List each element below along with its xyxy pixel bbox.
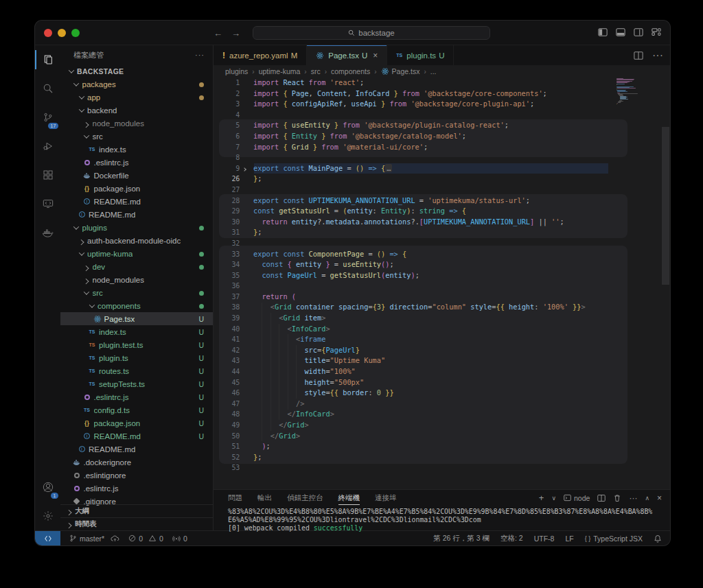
activity-settings[interactable] [35, 502, 60, 530]
code-line-45[interactable]: 45 height="500px" [214, 377, 586, 388]
outline-section[interactable]: 大綱 [60, 504, 213, 517]
tree-item-src[interactable]: src [60, 286, 213, 299]
editor-more-actions-icon[interactable]: ··· [652, 49, 663, 62]
terminal-instance[interactable]: node [564, 494, 590, 502]
customize-layout-icon[interactable] [652, 27, 661, 37]
tree-item-packages[interactable]: packages [60, 78, 213, 91]
nav-forward-icon[interactable]: → [231, 28, 240, 38]
code-line-50[interactable]: 50 </Grid> [214, 431, 586, 442]
tree-item-plugin-ts[interactable]: TSplugin.tsU [60, 351, 213, 364]
close-window-button[interactable] [44, 29, 52, 37]
minimap[interactable] [615, 78, 660, 133]
panel-tab[interactable]: 輸出 [257, 493, 272, 503]
panel-tab[interactable]: 問題 [228, 493, 242, 503]
problems-status[interactable]: 0 0 [128, 534, 163, 543]
tree-item-uptime-kuma[interactable]: uptime-kuma [60, 247, 213, 260]
tree-item-components[interactable]: components [60, 299, 213, 312]
tree-item-config-d-ts[interactable]: TSconfig.d.tsU [60, 403, 213, 416]
close-panel-icon[interactable]: × [657, 493, 662, 503]
code-line-33[interactable]: 33export const ComponentPage = () => { [214, 249, 586, 260]
tree-item-readme-md[interactable]: iREADME.md [60, 208, 213, 221]
code-line-44[interactable]: 44 width="100%" [214, 366, 586, 377]
tab-page-tsx[interactable]: Page.tsxU× [307, 45, 387, 65]
notifications-icon[interactable] [654, 534, 662, 543]
panel-tab[interactable]: 連接埠 [375, 493, 397, 503]
port-forward-status[interactable]: 0 [172, 534, 187, 543]
breadcrumb-item[interactable]: components [331, 67, 370, 75]
remote-indicator[interactable] [35, 531, 60, 545]
terminal-dropdown-icon[interactable]: ∨ [551, 495, 556, 502]
code-line-1[interactable]: 1import React from 'react'; [214, 78, 586, 89]
code-line-3[interactable]: 3import { configApiRef, useApi } from '@… [214, 99, 586, 110]
tree-item-src[interactable]: src [60, 130, 213, 143]
code-line-8[interactable]: 8 [214, 152, 586, 163]
code-line-29[interactable]: 29const getStatusUrl = (entity: Entity):… [214, 206, 586, 217]
code-line-49[interactable]: 49 </Grid> [214, 420, 586, 431]
code-line-38[interactable]: 38 <Grid container spacing={3} direction… [214, 302, 586, 313]
code-editor[interactable]: 1import React from 'react';2import { Pag… [214, 78, 670, 489]
code-line-7[interactable]: 7import { Grid } from '@material-ui/core… [214, 142, 586, 153]
tab-plugin-ts[interactable]: TSplugin.tsU [387, 45, 454, 65]
tree-item-node-modules[interactable]: node_modules [60, 273, 213, 286]
code-line-2[interactable]: 2import { Page, Content, InfoCard } from… [214, 89, 586, 99]
code-line-40[interactable]: 40 <InfoCard> [214, 324, 586, 335]
toggle-sidebar-icon[interactable] [598, 27, 608, 37]
tree-item-dockerfile[interactable]: Dockerfile [60, 169, 213, 182]
tree-item--eslintrc-js[interactable]: .eslintrc.js [60, 156, 213, 169]
tree-item-readme-md[interactable]: iREADME.md [60, 195, 213, 208]
toggle-secondary-sidebar-icon[interactable] [634, 27, 643, 37]
breadcrumb-item[interactable]: Page.tsx [381, 67, 420, 75]
activity-docker[interactable] [35, 218, 60, 247]
breadcrumb-item[interactable]: ... [430, 67, 437, 75]
tree-item-page-tsx[interactable]: Page.tsxU [60, 312, 213, 325]
code-line-31[interactable]: 31}; [214, 227, 586, 238]
tree-item-auth-backend-module-oidc[interactable]: auth-backend-module-oidc [60, 234, 213, 247]
code-line-4[interactable]: 4 [214, 110, 586, 121]
code-line-47[interactable]: 47 /> [214, 399, 586, 410]
panel-tab[interactable]: 終端機 [338, 493, 360, 505]
tab-azure-repo-yaml[interactable]: !azure_repo.yamlM [214, 45, 307, 65]
timeline-section[interactable]: 時間表 [60, 517, 213, 530]
activity-explorer[interactable] [35, 45, 60, 74]
code-line-39[interactable]: 39 <Grid item> [214, 313, 586, 324]
tree-item-plugin-test-ts[interactable]: TSplugin.test.tsU [60, 338, 213, 351]
code-line-46[interactable]: 46 style={{ border: 0 }} [214, 388, 586, 399]
tree-item-setuptests-ts[interactable]: TSsetupTests.tsU [60, 377, 213, 390]
cursor-position[interactable]: 第 26 行，第 3 欄 [433, 534, 489, 543]
tree-item-backstage[interactable]: BACKSTAGE [60, 64, 213, 78]
split-editor-icon[interactable] [634, 51, 643, 60]
tree-item-index-ts[interactable]: TSindex.tsU [60, 325, 213, 338]
tree-item-routes-ts[interactable]: TSroutes.tsU [60, 364, 213, 377]
tree-item-backend[interactable]: backend [60, 104, 213, 117]
editor-scrollbar[interactable] [662, 127, 669, 285]
code-line-43[interactable]: 43 title="Uptime Kuma" [214, 355, 586, 366]
tree-item-node-modules[interactable]: node_modules [60, 117, 213, 130]
tree-item-package-json[interactable]: {}package.jsonU [60, 416, 213, 430]
activity-source-control[interactable]: 17 [35, 103, 60, 132]
code-line-26[interactable]: 26}; [214, 174, 586, 185]
code-line-35[interactable]: 35 const PageUrl = getStatusUrl(entity); [214, 270, 586, 281]
panel-more-actions-icon[interactable]: ··· [629, 493, 637, 503]
command-center-search[interactable]: backstage [253, 26, 490, 40]
code-line-27[interactable]: 27 [214, 185, 586, 196]
new-terminal-icon[interactable]: + [539, 493, 544, 503]
tree-item--dockerignore[interactable]: .dockerignore [60, 456, 213, 469]
toggle-panel-icon[interactable] [616, 27, 625, 37]
eol[interactable]: LF [565, 534, 573, 543]
breadcrumb-item[interactable]: uptime-kuma [259, 67, 301, 75]
code-line-53[interactable]: 53 [214, 462, 586, 473]
panel-tab[interactable]: 偵錯主控台 [287, 493, 323, 503]
activity-search[interactable] [35, 74, 60, 103]
breadcrumb-item[interactable]: plugins [225, 67, 248, 75]
kill-terminal-icon[interactable] [613, 494, 621, 502]
explorer-actions-icon[interactable]: ··· [195, 51, 205, 59]
code-line-52[interactable]: 52}; [214, 452, 586, 463]
tree-item-index-ts[interactable]: TSindex.ts [60, 143, 213, 156]
tree-item-readme-md[interactable]: iREADME.mdU [60, 430, 213, 443]
minimize-window-button[interactable] [58, 29, 66, 37]
code-line-30[interactable]: 30 return entity?.metadata.annotations?.… [214, 217, 586, 228]
tree-item--eslintrc-js[interactable]: .eslintrc.js [60, 482, 213, 495]
code-line-51[interactable]: 51 ); [214, 441, 586, 452]
code-line-37[interactable]: 37 return ( [214, 292, 586, 303]
code-line-5[interactable]: 5import { useEntity } from '@backstage/p… [214, 120, 586, 131]
